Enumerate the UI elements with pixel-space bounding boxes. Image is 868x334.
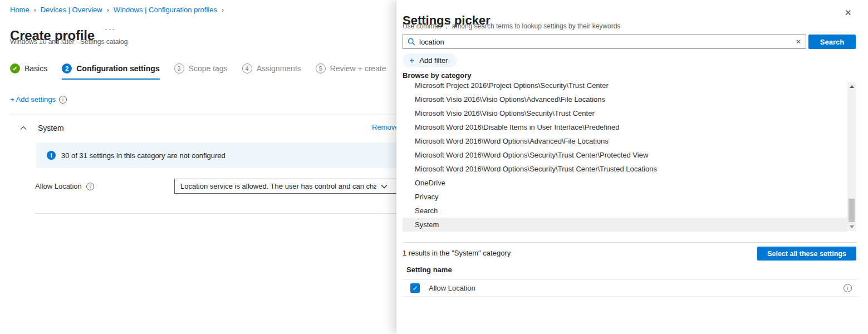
tab-basics[interactable]: ✓ Basics <box>10 63 47 80</box>
chevron-down-icon <box>381 184 388 189</box>
category-list-scrollbar[interactable] <box>847 82 856 231</box>
step-number-badge: 5 <box>316 63 326 73</box>
step-number-badge: 2 <box>62 63 72 73</box>
table-row: ✓ Allow Location i <box>403 280 857 296</box>
category-item[interactable]: OneDrive <box>403 176 847 190</box>
info-icon[interactable]: i <box>844 284 852 292</box>
category-item[interactable]: Microsoft Word 2016\Word Options\Advance… <box>403 134 847 148</box>
step-complete-check-icon: ✓ <box>10 63 20 73</box>
category-item[interactable]: Search <box>403 204 847 218</box>
scroll-down-icon[interactable] <box>847 223 856 230</box>
settings-search-box: ✕ <box>403 35 806 49</box>
add-settings-link[interactable]: + Add settings <box>10 95 56 104</box>
category-list: Microsoft Project 2016\Project Options\S… <box>403 78 847 232</box>
breadcrumb-windows-config-profiles[interactable]: Windows | Configuration profiles <box>114 6 217 14</box>
add-filter-label: Add filter <box>419 56 448 65</box>
scrollbar-thumb[interactable] <box>849 199 855 222</box>
category-item[interactable]: Microsoft Word 2016\Word Options\Securit… <box>403 162 847 176</box>
page-subtitle: Windows 10 and later - Settings catalog <box>10 38 127 46</box>
plus-icon: + <box>409 56 414 65</box>
not-configured-banner: i 30 of 31 settings in this category are… <box>36 143 396 168</box>
info-icon[interactable]: i <box>59 96 67 104</box>
info-filled-icon: i <box>47 151 56 160</box>
breadcrumb-separator-icon: › <box>34 6 36 14</box>
category-item[interactable]: Microsoft Visio 2016\Visio Options\Secur… <box>403 106 847 120</box>
more-icon[interactable]: ··· <box>105 24 116 33</box>
search-input[interactable] <box>419 38 792 46</box>
scroll-up-icon[interactable] <box>847 83 856 90</box>
create-profile-page: Home › Devices | Overview › Windows | Co… <box>0 0 396 334</box>
category-item[interactable]: Microsoft Word 2016\Disable Items in Use… <box>403 120 847 134</box>
results-divider <box>403 242 857 243</box>
system-category-header: System Remove category <box>10 121 396 135</box>
allow-location-label-row: Allow Location i <box>35 182 94 190</box>
dropdown-selected-value: Location service is allowed. The user ha… <box>180 182 376 190</box>
step-label: Configuration settings <box>76 64 159 73</box>
setting-name-column-header: Setting name <box>406 266 452 274</box>
category-item[interactable]: Privacy <box>403 190 847 204</box>
breadcrumb-home[interactable]: Home <box>10 6 30 14</box>
tab-scope-tags[interactable]: 3 Scope tags <box>174 63 228 80</box>
search-button[interactable]: Search <box>808 35 856 49</box>
step-label: Scope tags <box>189 64 228 73</box>
allow-location-label: Allow Location <box>35 182 82 190</box>
allow-location-checkbox[interactable]: ✓ <box>410 283 420 293</box>
add-filter-button[interactable]: + Add filter <box>403 53 457 67</box>
step-label: Assignments <box>257 64 301 73</box>
close-icon[interactable]: ✕ <box>844 7 853 19</box>
system-category-title: System <box>38 124 64 132</box>
panel-subtitle: Use commas "," among search terms to loo… <box>403 22 620 30</box>
allow-location-dropdown[interactable]: Location service is allowed. The user ha… <box>174 179 396 194</box>
banner-text: 30 of 31 settings in this category are n… <box>61 151 225 160</box>
category-item[interactable]: Microsoft Visio 2016\Visio Options\Advan… <box>403 92 847 106</box>
category-item[interactable]: Microsoft Project 2016\Project Options\S… <box>403 78 847 92</box>
info-icon[interactable]: i <box>86 183 94 190</box>
breadcrumb-separator-icon: › <box>107 6 109 14</box>
table-divider <box>403 296 857 297</box>
step-number-badge: 3 <box>174 63 184 73</box>
wizard-steps: ✓ Basics 2 Configuration settings 3 Scop… <box>10 63 386 80</box>
step-label: Basics <box>24 64 47 73</box>
setting-row-label: Allow Location <box>429 284 844 292</box>
settings-picker-panel: Settings picker ✕ Use commas "," among s… <box>396 0 868 334</box>
breadcrumb-separator-icon: › <box>222 6 224 14</box>
section-top-divider <box>10 115 396 115</box>
remove-category-link[interactable]: Remove category <box>372 123 396 131</box>
setting-row-divider <box>35 213 396 214</box>
category-item[interactable]: Microsoft Word 2016\Word Options\Securit… <box>403 148 847 162</box>
tab-assignments[interactable]: 4 Assignments <box>242 63 301 80</box>
search-icon <box>408 38 415 46</box>
tab-configuration-settings[interactable]: 2 Configuration settings <box>62 63 159 80</box>
chevron-up-icon[interactable] <box>20 126 27 130</box>
tab-review-create[interactable]: 5 Review + create <box>316 63 386 80</box>
step-label: Review + create <box>330 64 386 73</box>
breadcrumb: Home › Devices | Overview › Windows | Co… <box>10 6 224 14</box>
add-settings-row: + Add settings i <box>10 95 67 104</box>
breadcrumb-devices-overview[interactable]: Devices | Overview <box>41 6 102 14</box>
category-item-selected[interactable]: System <box>403 218 847 232</box>
select-all-settings-button[interactable]: Select all these settings <box>757 247 856 261</box>
results-summary: 1 results in the "System" category <box>403 249 511 257</box>
step-number-badge: 4 <box>242 63 252 73</box>
clear-search-icon[interactable]: ✕ <box>796 38 801 46</box>
